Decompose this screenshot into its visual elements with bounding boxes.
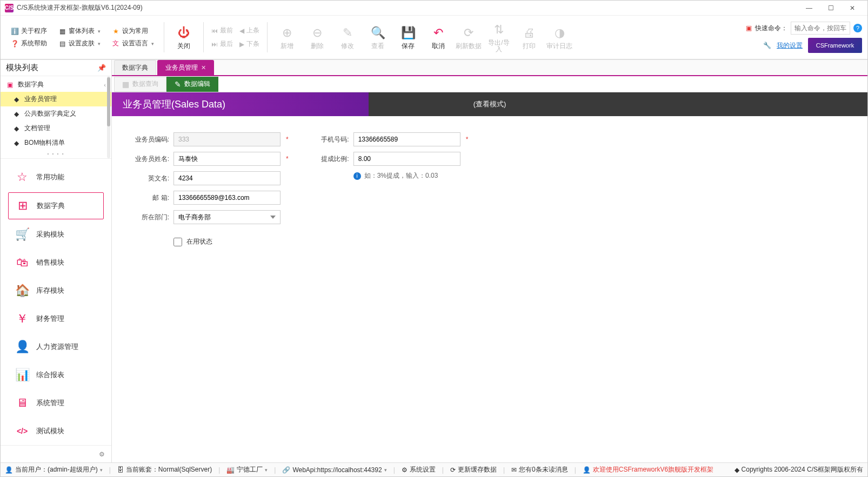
first-icon: ⏮ xyxy=(211,27,218,35)
tab-dict[interactable]: 数据字典 xyxy=(114,60,156,75)
terminal-icon: ▣ xyxy=(746,24,752,32)
chevron-down-icon: ▾ xyxy=(98,29,101,34)
undo-icon: ↶ xyxy=(431,25,446,41)
bag-icon: 🛍 xyxy=(15,255,30,270)
rate-label: 提成比例: xyxy=(308,154,349,164)
status-unread[interactable]: ✉您有0条未读消息 xyxy=(511,465,568,474)
active-checkbox[interactable] xyxy=(173,238,182,246)
tab-strip: 数据字典 业务员管理✕ xyxy=(112,60,867,76)
nav-mod-dict[interactable]: ⊞数据字典 xyxy=(8,192,104,219)
minimize-button[interactable]: — xyxy=(798,1,820,16)
ribbon-separator xyxy=(203,22,204,52)
resize-grip[interactable]: • • • • xyxy=(1,150,111,157)
status-settings[interactable]: ⚙系统设置 xyxy=(402,465,436,474)
close-window-button[interactable]: ✕ xyxy=(842,1,863,16)
export-button: ⇅导出/导入 xyxy=(485,18,513,57)
cube-icon: ◆ xyxy=(12,125,20,132)
subtab-query[interactable]: ▦数据查询 xyxy=(114,77,166,92)
nav-group: ⏮最前 ⏭最后 xyxy=(209,18,235,57)
sidebar-title: 模块列表 xyxy=(6,63,38,73)
nav-mod-hr[interactable]: 👤人力资源管理 xyxy=(8,334,104,360)
refresh-icon: ⟳ xyxy=(461,25,476,41)
cancel-button[interactable]: ↶取消 xyxy=(424,18,452,57)
subtab-edit[interactable]: ✎数据编辑 xyxy=(166,77,218,92)
name-input[interactable] xyxy=(173,152,281,166)
nav-mod-test[interactable]: </>测试模块 xyxy=(8,418,104,444)
phone-input[interactable] xyxy=(353,132,460,146)
nav-next[interactable]: ▶下条 xyxy=(239,39,259,49)
ribbon: ℹ️关于程序 ❓系统帮助 ▦窗体列表▾ ▤设置皮肤▾ ★设为常用 文设置语言▾ … xyxy=(1,16,867,60)
ribbon-separator xyxy=(164,22,164,52)
help-icon[interactable]: ? xyxy=(853,24,862,32)
nav-last[interactable]: ⏭最后 xyxy=(211,39,233,49)
about-button[interactable]: ℹ️关于程序 xyxy=(8,25,49,37)
page-mode: (查看模式) xyxy=(473,99,506,109)
chevron-down-icon: ▾ xyxy=(151,41,154,46)
tree-item-bom[interactable]: ◆BOM物料清单 xyxy=(1,136,111,150)
mail-input[interactable] xyxy=(173,191,281,205)
set-language-button[interactable]: 文设置语言▾ xyxy=(109,38,156,49)
nav-mod-finance[interactable]: ￥财务管理 xyxy=(8,306,104,332)
nav-prev[interactable]: ◀上条 xyxy=(239,26,259,35)
wrench-icon: 🔧 xyxy=(763,42,771,49)
nav-mod-sales[interactable]: 🛍销售模块 xyxy=(8,250,104,276)
tree-root[interactable]: ▣ 数据字典 ‹ xyxy=(1,77,111,92)
system-help-button[interactable]: ❓系统帮助 xyxy=(8,38,49,49)
tree-item-sales[interactable]: ◆业务员管理 xyxy=(1,92,111,106)
gear-icon[interactable]: ⚙ xyxy=(99,451,105,458)
user-icon: 👤 xyxy=(583,466,591,474)
status-user[interactable]: 👤当前用户：(admin-超级用户)▾ xyxy=(5,465,103,474)
module-nav: ☆常用功能 ⊞数据字典 🛒采购模块 🛍销售模块 🏠库存模块 ￥财务管理 👤人力资… xyxy=(1,159,111,445)
status-refresh-cache[interactable]: ⟳更新缓存数据 xyxy=(450,465,497,474)
dept-select[interactable]: 电子商务部 xyxy=(173,210,281,224)
nav-mod-stock[interactable]: 🏠库存模块 xyxy=(8,278,104,304)
delete-button: ⊖删除 xyxy=(303,18,331,57)
en-input[interactable] xyxy=(173,171,281,185)
active-label: 在用状态 xyxy=(186,237,212,246)
db-del-icon: ⊖ xyxy=(310,25,325,41)
db-edit-icon: ✎ xyxy=(340,25,355,41)
my-settings-link[interactable]: 我的设置 xyxy=(777,41,803,50)
nav-mod-system[interactable]: 🖥系统管理 xyxy=(8,390,104,416)
status-webapi[interactable]: 🔗WebApi:https://localhost:44392▾ xyxy=(282,466,386,474)
star-icon: ☆ xyxy=(15,170,30,185)
help-icon: ❓ xyxy=(10,39,19,48)
code-input xyxy=(173,132,281,146)
tree-scrollbar[interactable] xyxy=(107,76,110,158)
view-button: 🔍查看 xyxy=(364,18,392,57)
status-account: 🗄当前账套：Normal(SqlServer) xyxy=(117,465,212,474)
save-button[interactable]: 💾保存 xyxy=(394,18,422,57)
status-factory[interactable]: 🏭宁德工厂▾ xyxy=(226,465,268,474)
about-label: 关于程序 xyxy=(21,26,47,36)
cube-icon: ◆ xyxy=(12,110,20,118)
nav-mod-common[interactable]: ☆常用功能 xyxy=(8,164,104,190)
close-button[interactable]: ⏻ 关闭 xyxy=(170,18,198,57)
quick-command-input[interactable] xyxy=(791,22,850,35)
close-tab-icon[interactable]: ✕ xyxy=(201,64,206,71)
table-icon: ▦ xyxy=(122,80,129,89)
info-icon: i xyxy=(353,172,361,180)
set-skin-button[interactable]: ▤设置皮肤▾ xyxy=(56,38,103,49)
window-list-button[interactable]: ▦窗体列表▾ xyxy=(56,25,103,37)
nav-first[interactable]: ⏮最前 xyxy=(211,26,233,35)
code-icon: </> xyxy=(15,424,30,439)
tree-item-dict[interactable]: ◆公共数据字典定义 xyxy=(1,106,111,121)
tab-sales[interactable]: 业务员管理✕ xyxy=(157,60,214,75)
db-add-icon: ⊕ xyxy=(279,25,295,41)
audit-button: ◑审计日志 xyxy=(545,18,573,57)
nav-mod-report[interactable]: 📊综合报表 xyxy=(8,362,104,388)
chevron-down-icon: ▾ xyxy=(98,41,101,46)
skin-label: 设置皮肤 xyxy=(69,39,95,48)
maximize-button[interactable]: ☐ xyxy=(820,1,842,16)
subtab-strip: ▦数据查询 ✎数据编辑 xyxy=(112,76,867,92)
window-title: C/S系统快速开发框架-旗舰版V6.1(2024-09) xyxy=(17,3,798,12)
help-label: 系统帮助 xyxy=(21,39,47,48)
save-icon: 💾 xyxy=(400,25,416,41)
required-mark: * xyxy=(466,136,469,143)
tree-item-docs[interactable]: ◆文档管理 xyxy=(1,121,111,136)
set-common-button[interactable]: ★设为常用 xyxy=(109,25,156,37)
pin-icon[interactable]: 📌 xyxy=(97,64,106,72)
edit-icon: ✎ xyxy=(175,80,181,89)
nav-mod-purchase[interactable]: 🛒采购模块 xyxy=(8,221,104,247)
rate-input[interactable] xyxy=(353,152,460,166)
